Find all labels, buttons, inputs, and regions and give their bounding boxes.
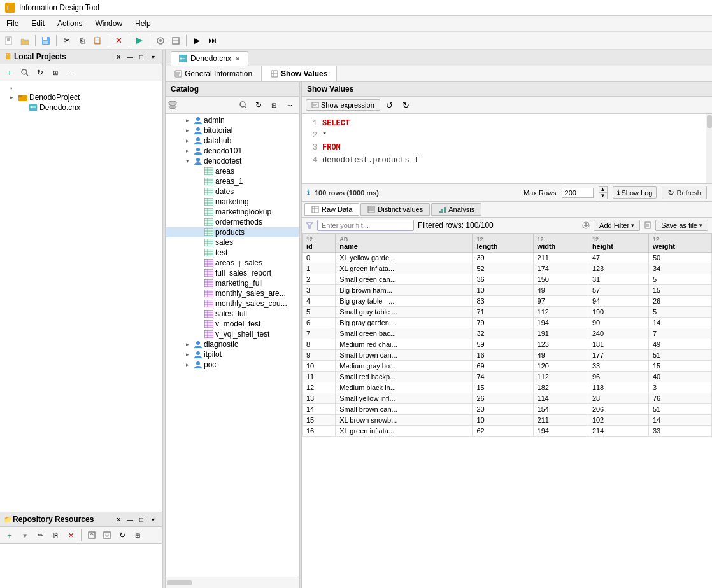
table-row[interactable]: 14Small brown can...2015420651 (303, 404, 712, 415)
catalog-item-areas[interactable]: areas (166, 166, 299, 176)
catalog-expand-btn[interactable]: ⊞ (267, 98, 281, 112)
catalog-item-areas1[interactable]: areas_1 (166, 176, 299, 186)
catalog-item-test[interactable]: test (166, 248, 299, 258)
tab-general-info[interactable]: General Information (166, 66, 262, 81)
lp-collapse-btn[interactable]: ⊞ (48, 66, 62, 80)
menu-edit[interactable]: Edit (25, 17, 51, 30)
sql-editor-vscroll[interactable] (706, 114, 712, 183)
toolbar-extra-3[interactable]: ▶ (190, 34, 204, 48)
catalog-item-marketinglookup[interactable]: marketinglookup (166, 207, 299, 217)
table-row[interactable]: 10Medium gray bo...691203315 (303, 361, 712, 372)
tree-project-denodo[interactable]: ▸ DenodoProject (0, 92, 162, 102)
catalog-item-full-sales-report[interactable]: full_sales_report (166, 268, 299, 278)
catalog-item-denodo101[interactable]: ▸ denodo101 (166, 146, 299, 156)
save-as-file-btn[interactable]: Save as file ▾ (655, 220, 708, 231)
col-header-height[interactable]: 12 height (588, 234, 648, 253)
menu-help[interactable]: Help (129, 17, 157, 30)
table-row[interactable]: 0XL yellow garde...392114750 (303, 253, 712, 263)
catalog-item-sales[interactable]: sales (166, 237, 299, 248)
table-row[interactable]: 8Medium red chai...5912318149 (303, 339, 712, 350)
table-row[interactable]: 3Big brown ham...10495715 (303, 285, 712, 296)
repo-refresh-btn[interactable]: ↻ (115, 528, 129, 542)
col-header-length[interactable]: 12 length (473, 234, 533, 253)
col-header-id[interactable]: 12 id (303, 234, 336, 253)
table-row[interactable]: 5Small gray table ...711121905 (303, 307, 712, 318)
cut-button[interactable]: ✂ (60, 34, 74, 48)
tab-show-values[interactable]: Show Values (262, 66, 337, 81)
max-rows-input[interactable] (562, 188, 594, 198)
table-row[interactable]: 13Small yellow infl...261142876 (303, 393, 712, 404)
paste-button[interactable]: 📋 (90, 34, 104, 48)
catalog-item-bitutorial[interactable]: ▸ bitutorial (166, 125, 299, 136)
catalog-item-v-vql-shell-test[interactable]: v_vql_shell_test (166, 329, 299, 339)
menu-file[interactable]: File (0, 17, 25, 30)
refresh-btn[interactable]: ↻ Refresh (662, 186, 707, 199)
catalog-item-sales-full[interactable]: sales_full (166, 309, 299, 319)
lp-refresh-btn[interactable]: ↻ (33, 66, 47, 80)
sv-undo-btn[interactable]: ↺ (383, 98, 397, 112)
catalog-item-marketing[interactable]: marketing (166, 197, 299, 207)
catalog-item-datahub[interactable]: ▸ datahub (166, 136, 299, 146)
catalog-item-admin[interactable]: ▸ admin (166, 115, 299, 125)
table-row[interactable]: 15XL brown snowb...1021110214 (303, 415, 712, 426)
sql-editor[interactable]: 1 SELECT 2 * 3 FROM 4 denodotest.product… (302, 114, 712, 184)
repo-down-btn[interactable]: ▾ (18, 528, 32, 542)
editor-tab-denodo[interactable]: Denodo.cnx ✕ (171, 51, 248, 66)
table-row[interactable]: 2Small green can...36150315 (303, 274, 712, 285)
catalog-hscroll[interactable] (167, 580, 192, 585)
table-row[interactable]: 7Small green bac...321912407 (303, 328, 712, 339)
catalog-item-itpilot[interactable]: ▸ itpilot (166, 349, 299, 360)
filter-input[interactable] (317, 220, 414, 231)
catalog-item-marketing-full[interactable]: marketing_full (166, 278, 299, 288)
table-row[interactable]: 12Medium black in...151821183 (303, 382, 712, 393)
catalog-item-areas-j-sales[interactable]: areas_j_sales (166, 258, 299, 268)
panel-menu-btn[interactable]: ▾ (148, 52, 158, 62)
repo-max-btn[interactable]: □ (136, 514, 146, 524)
show-expression-btn[interactable]: Show expression (306, 99, 380, 111)
new-button[interactable] (3, 34, 17, 48)
toolbar-extra-4[interactable]: ⏭ (205, 34, 219, 48)
catalog-more-btn[interactable]: ⋯ (282, 98, 296, 112)
catalog-search-btn[interactable] (236, 98, 250, 112)
sql-vscroll-thumb[interactable] (707, 115, 712, 128)
lp-search-btn[interactable] (18, 66, 32, 80)
table-row[interactable]: 16XL green inflata...6219421433 (303, 426, 712, 437)
menu-actions[interactable]: Actions (51, 17, 89, 30)
copy-button[interactable]: ⎘ (75, 34, 89, 48)
data-tab-analysis[interactable]: Analysis (431, 203, 481, 216)
repo-add-btn[interactable]: + (3, 528, 17, 542)
data-tab-distinct[interactable]: Distinct values (360, 203, 430, 216)
catalog-item-v-model-test[interactable]: v_model_test (166, 319, 299, 329)
catalog-item-monthly-sales-cou[interactable]: monthly_sales_cou... (166, 298, 299, 309)
catalog-item-products[interactable]: products (166, 227, 299, 237)
repo-close-btn[interactable]: ✕ (113, 514, 124, 524)
delete-button[interactable]: ✕ (111, 34, 125, 48)
repo-edit-btn[interactable]: ✏ (33, 528, 47, 542)
max-rows-up-btn[interactable]: ▲ (599, 186, 608, 193)
repo-expand-btn[interactable]: ⊞ (131, 528, 145, 542)
max-rows-down-btn[interactable]: ▼ (599, 193, 608, 199)
panel-close-btn[interactable]: ✕ (113, 52, 124, 62)
col-header-weight[interactable]: 12 weight (649, 234, 712, 253)
add-filter-btn[interactable]: Add Filter ▾ (594, 220, 640, 231)
col-header-name[interactable]: AB name (336, 234, 473, 253)
repo-import-btn[interactable] (100, 528, 114, 542)
open-button[interactable] (18, 34, 32, 48)
repo-min-btn[interactable]: — (125, 514, 135, 524)
catalog-item-dates[interactable]: dates (166, 186, 299, 197)
catalog-item-diagnostic[interactable]: ▸ diagnostic (166, 339, 299, 349)
table-row[interactable]: 11Small red backp...741129640 (303, 372, 712, 382)
tree-connection-denodo[interactable]: Denodo.cnx (0, 102, 162, 113)
toolbar-extra-2[interactable] (169, 34, 183, 48)
catalog-item-ordermethods[interactable]: ordermethods (166, 217, 299, 227)
table-row[interactable]: 6Big gray garden ...791949014 (303, 318, 712, 328)
lp-more-btn[interactable]: ⋯ (64, 66, 78, 80)
table-row[interactable]: 4Big gray table - ...83979426 (303, 296, 712, 307)
table-row[interactable]: 9Small brown can...164917751 (303, 350, 712, 361)
lp-add-btn[interactable]: + (3, 66, 17, 80)
repo-del-btn[interactable]: ✕ (64, 528, 78, 542)
panel-maximize-btn[interactable]: □ (136, 52, 146, 62)
repo-menu-btn[interactable]: ▾ (148, 514, 158, 524)
toolbar-extra-1[interactable] (153, 34, 167, 48)
data-tab-raw[interactable]: Raw Data (304, 203, 359, 216)
